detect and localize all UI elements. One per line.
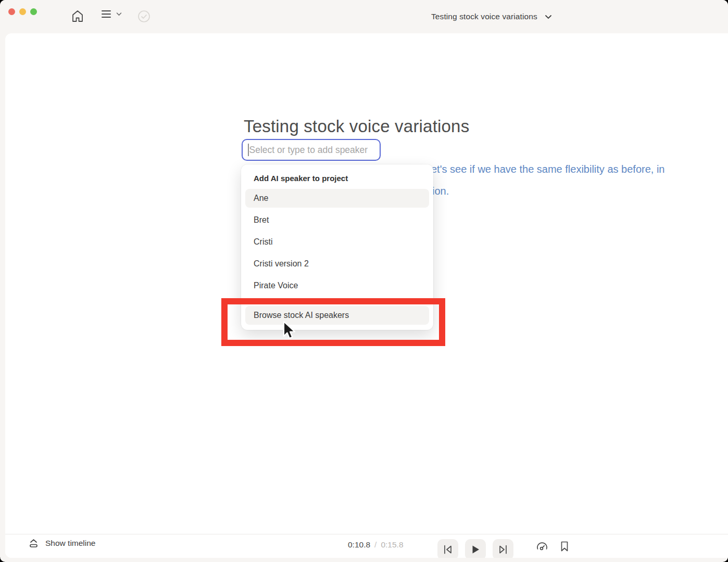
dropdown-item-bret[interactable]: Bret bbox=[245, 211, 429, 229]
chevron-down-icon bbox=[116, 12, 122, 16]
speaker-input-placeholder: Select or type to add speaker bbox=[249, 145, 368, 156]
playback-speed-button[interactable] bbox=[536, 541, 548, 552]
minimize-window-button[interactable] bbox=[19, 8, 26, 15]
chevron-down-icon bbox=[545, 15, 552, 19]
main-menu-button[interactable] bbox=[101, 9, 122, 19]
annotation-highlight-rectangle bbox=[221, 298, 445, 346]
app-window: Testing stock voice variations Testing s… bbox=[0, 0, 728, 562]
dropdown-item-cristi-version-2[interactable]: Cristi version 2 bbox=[245, 254, 429, 273]
traffic-lights bbox=[8, 8, 37, 15]
time-display: 0:10.8 / 0:15.8 bbox=[348, 540, 404, 550]
publish-button[interactable] bbox=[137, 10, 150, 23]
time-separator: / bbox=[374, 540, 376, 550]
eject-tray-icon bbox=[28, 538, 39, 548]
bookmark-button[interactable] bbox=[560, 541, 569, 552]
skip-forward-icon bbox=[498, 544, 508, 555]
transcript-text-line-2[interactable]: ion. bbox=[432, 185, 449, 197]
speaker-input[interactable]: Select or type to add speaker bbox=[242, 139, 381, 161]
current-time: 0:10.8 bbox=[348, 540, 370, 550]
dropdown-header: Add AI speaker to project bbox=[245, 172, 429, 189]
show-timeline-label: Show timeline bbox=[45, 539, 96, 548]
mouse-cursor-icon bbox=[281, 321, 297, 341]
dropdown-item-pirate-voice[interactable]: Pirate Voice bbox=[245, 276, 429, 295]
transcript-text-line-1[interactable]: et's see if we have the same flexibility… bbox=[431, 163, 665, 175]
hamburger-menu-icon bbox=[101, 9, 111, 19]
title-bar: Testing stock voice variations bbox=[0, 0, 728, 33]
close-window-button[interactable] bbox=[8, 8, 15, 15]
dropdown-item-cristi[interactable]: Cristi bbox=[245, 233, 429, 251]
gauge-icon bbox=[536, 541, 548, 552]
skip-back-icon bbox=[443, 544, 453, 555]
zoom-window-button[interactable] bbox=[30, 8, 37, 15]
bookmark-icon bbox=[560, 541, 569, 552]
text-caret bbox=[248, 144, 249, 156]
playback-bar: Show timeline 0:10.8 / 0:15.8 bbox=[5, 534, 728, 558]
dropdown-item-ane[interactable]: Ane bbox=[245, 189, 429, 208]
document-title: Testing stock voice variations bbox=[431, 12, 537, 21]
skip-back-button[interactable] bbox=[437, 539, 458, 558]
document-title-menu[interactable]: Testing stock voice variations bbox=[431, 0, 552, 33]
document-canvas: Testing stock voice variations et's see … bbox=[5, 33, 728, 558]
home-button[interactable] bbox=[71, 9, 84, 23]
show-timeline-button[interactable]: Show timeline bbox=[28, 538, 96, 548]
skip-forward-button[interactable] bbox=[493, 539, 513, 558]
play-icon bbox=[470, 544, 481, 555]
total-time: 0:15.8 bbox=[381, 540, 403, 550]
document-heading[interactable]: Testing stock voice variations bbox=[244, 117, 469, 136]
play-button[interactable] bbox=[465, 539, 486, 558]
home-icon bbox=[71, 9, 84, 23]
check-circle-icon bbox=[137, 10, 150, 23]
